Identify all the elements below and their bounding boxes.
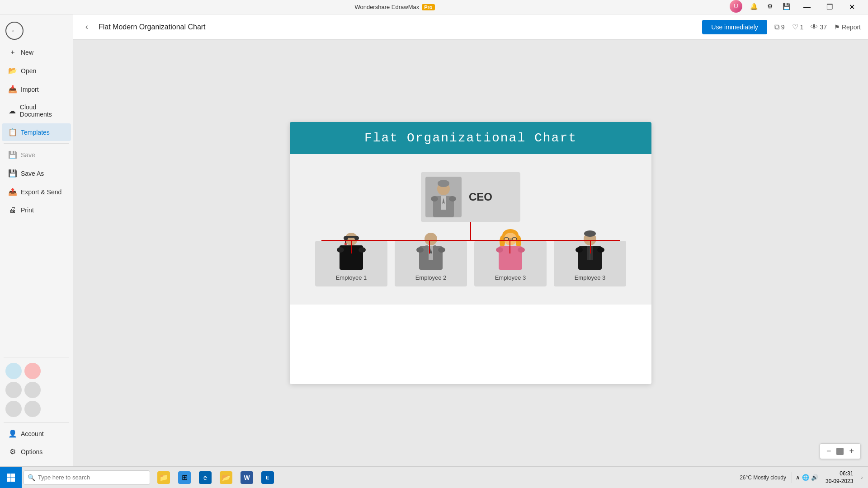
sidebar-item-export[interactable]: 📤 Export & Send bbox=[2, 183, 71, 201]
taskbar-clock[interactable]: 06:31 30-09-2023 bbox=[822, 470, 857, 485]
systray-icons: ∧ 🌐 🔊 bbox=[794, 474, 820, 481]
preview-actions: Use immediately ⧉ 9 ♡ 1 👁 37 ⚑ bbox=[702, 20, 861, 34]
svg-point-16 bbox=[425, 233, 437, 245]
org-chart-card: Flat Organizational Chart bbox=[290, 122, 651, 384]
taskbar-search[interactable]: 🔍 bbox=[24, 470, 150, 485]
likes-count: 1 bbox=[800, 23, 804, 31]
search-input[interactable] bbox=[38, 474, 137, 481]
employee-row: Employee 1 bbox=[315, 241, 626, 286]
use-immediately-button[interactable]: Use immediately bbox=[702, 20, 767, 34]
employee-3-figure bbox=[492, 229, 528, 270]
preview-back-button[interactable]: ‹ bbox=[80, 21, 93, 33]
svg-point-6 bbox=[449, 196, 456, 202]
report-icon: ⚑ bbox=[834, 23, 840, 31]
ceo-box: CEO bbox=[421, 172, 520, 222]
windows-logo bbox=[6, 473, 15, 482]
sidebar: ← + New 📂 Open 📥 Import ☁ Cloud Document… bbox=[0, 14, 73, 466]
likes-stat: ♡ 1 bbox=[792, 23, 804, 31]
copies-icon: ⧉ bbox=[774, 23, 779, 31]
zoom-indicator bbox=[836, 448, 844, 455]
sidebar-item-save-label: Save bbox=[21, 151, 35, 159]
show-desktop-button[interactable]: ▫ bbox=[859, 474, 864, 481]
sidebar-item-open[interactable]: 📂 Open bbox=[2, 62, 71, 80]
employee-avatar-2 bbox=[413, 234, 449, 270]
saveas-icon: 💾 bbox=[8, 169, 17, 178]
network-icon[interactable]: 🌐 bbox=[802, 474, 809, 481]
svg-rect-44 bbox=[11, 478, 15, 482]
chevron-up-icon[interactable]: ∧ bbox=[796, 474, 800, 481]
taskbar-icon-taskview[interactable]: ⊞ bbox=[175, 468, 194, 488]
preview-back-icon: ‹ bbox=[85, 22, 88, 32]
sidebar-item-cloud[interactable]: ☁ Cloud Documents bbox=[2, 99, 71, 122]
employee-2-figure bbox=[413, 229, 449, 270]
svg-point-35 bbox=[584, 230, 596, 237]
edge-icon: e bbox=[199, 471, 212, 484]
zoom-out-button[interactable]: − bbox=[825, 446, 833, 457]
sidebar-divider-1 bbox=[4, 143, 69, 144]
chart-content: CEO bbox=[290, 154, 651, 305]
volume-icon[interactable]: 🔊 bbox=[811, 474, 818, 481]
notification-icon[interactable]: 🔔 bbox=[748, 0, 760, 13]
ceo-avatar bbox=[425, 177, 462, 217]
sidebar-item-import[interactable]: 📥 Import bbox=[2, 80, 71, 98]
preview-header: ‹ Flat Modern Organizational Chart Use i… bbox=[73, 14, 868, 40]
minimize-button[interactable]: — bbox=[797, 0, 817, 14]
taskbar-icon-explorer[interactable]: 📁 bbox=[154, 468, 174, 488]
preview-area: ‹ Flat Modern Organizational Chart Use i… bbox=[73, 14, 868, 466]
zoom-in-button[interactable]: + bbox=[847, 446, 856, 457]
back-button[interactable]: ← bbox=[5, 22, 24, 40]
svg-point-39 bbox=[576, 247, 583, 253]
views-stat: 👁 37 bbox=[811, 23, 827, 31]
svg-point-14 bbox=[337, 247, 344, 253]
sidebar-item-saveas[interactable]: 💾 Save As bbox=[2, 164, 71, 182]
sidebar-item-new[interactable]: + New bbox=[2, 44, 71, 61]
import-icon: 📥 bbox=[8, 85, 17, 94]
sidebar-divider-2 bbox=[4, 357, 69, 357]
sidebar-item-options[interactable]: ⚙ Options bbox=[2, 443, 71, 460]
save-icon[interactable]: 💾 bbox=[780, 0, 793, 13]
svg-rect-41 bbox=[7, 474, 11, 478]
close-button[interactable]: ✕ bbox=[842, 0, 863, 14]
horizontal-connector bbox=[321, 240, 620, 241]
branch-2 bbox=[429, 240, 430, 253]
employee-label-4: Employee 3 bbox=[575, 274, 606, 281]
systray-divider bbox=[792, 472, 792, 483]
account-icon: 👤 bbox=[8, 429, 17, 438]
svg-point-22 bbox=[416, 247, 424, 253]
report-button[interactable]: ⚑ Report bbox=[834, 23, 861, 31]
settings-icon[interactable]: ⚙ bbox=[764, 0, 777, 13]
sidebar-item-save[interactable]: 💾 Save bbox=[2, 146, 71, 164]
svg-point-15 bbox=[359, 247, 366, 253]
taskbar-icon-edrawmax[interactable]: E bbox=[258, 468, 278, 488]
ceo-figure bbox=[428, 179, 459, 217]
org-chart-title-bar: Flat Organizational Chart bbox=[290, 122, 651, 154]
employee-box-3: Employee 3 bbox=[474, 241, 547, 286]
clock-date: 30-09-2023 bbox=[826, 478, 853, 485]
sidebar-item-account[interactable]: 👤 Account bbox=[2, 425, 71, 442]
svg-rect-43 bbox=[7, 478, 11, 482]
clock-time: 06:31 bbox=[826, 470, 853, 478]
taskbar-icon-files[interactable]: 📂 bbox=[216, 468, 236, 488]
sidebar-item-import-label: Import bbox=[21, 86, 39, 93]
taskbar-icon-edge[interactable]: e bbox=[195, 468, 215, 488]
views-count: 37 bbox=[820, 23, 827, 31]
taskbar-icon-word[interactable]: W bbox=[237, 468, 257, 488]
weather-text: 26°C Mostly cloudy bbox=[740, 474, 786, 481]
sidebar-item-options-label: Options bbox=[21, 448, 42, 455]
sidebar-item-templates[interactable]: 📋 Templates bbox=[2, 123, 71, 141]
restore-button[interactable]: ❐ bbox=[819, 0, 840, 14]
sidebar-item-print-label: Print bbox=[21, 206, 34, 214]
sidebar-item-print[interactable]: 🖨 Print bbox=[2, 202, 71, 219]
templates-icon: 📋 bbox=[8, 128, 17, 136]
eye-icon: 👁 bbox=[811, 23, 818, 31]
open-icon: 📂 bbox=[8, 66, 17, 75]
taskbar: 🔍 📁 ⊞ e 📂 W E 26°C Mostly cloudy bbox=[0, 466, 868, 488]
sidebar-item-export-label: Export & Send bbox=[21, 188, 61, 196]
employee-avatar-3 bbox=[492, 234, 528, 270]
start-button[interactable] bbox=[0, 467, 22, 488]
taskview-icon: ⊞ bbox=[178, 471, 191, 484]
employee-col-3: Employee 3 bbox=[474, 241, 547, 286]
title-bar-center: Wondershare EdrawMax Pro bbox=[354, 4, 434, 10]
systray: 26°C Mostly cloudy bbox=[736, 474, 790, 481]
user-avatar: U bbox=[730, 0, 742, 13]
